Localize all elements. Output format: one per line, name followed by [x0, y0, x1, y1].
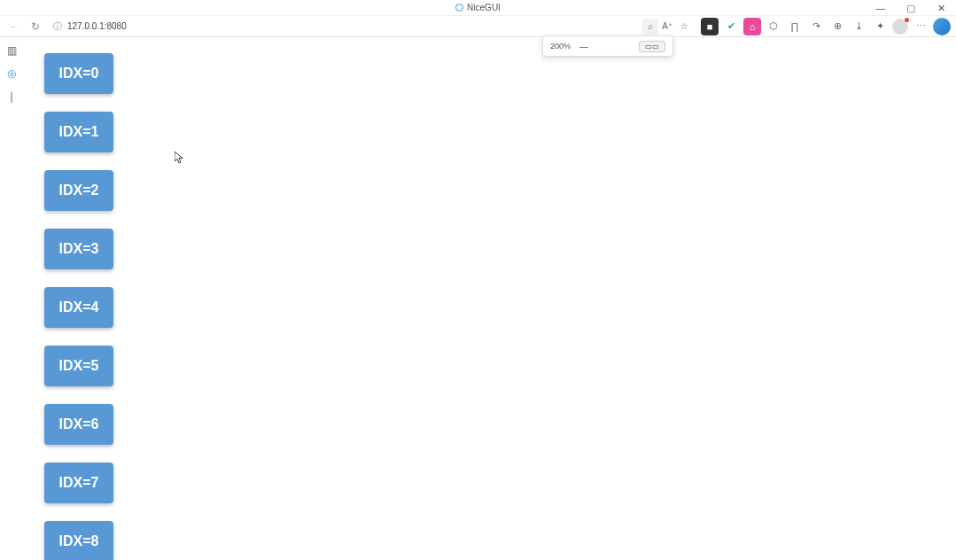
zoom-popup: 200% — ▭▭	[542, 35, 673, 57]
url-text: 127.0.0.1:8080	[67, 21, 127, 31]
idx-button[interactable]: IDX=6	[44, 404, 113, 445]
title-text: NiceGUI	[467, 3, 501, 12]
refresh-button[interactable]: ↻	[27, 18, 44, 35]
close-button[interactable]: ✕	[926, 0, 956, 16]
search-icon[interactable]: ⌕	[642, 19, 658, 35]
rail-item[interactable]: ▥	[4, 43, 19, 58]
app-icon	[455, 4, 463, 12]
site-info-icon[interactable]: ⓘ	[53, 20, 62, 33]
extension-icon[interactable]: ✦	[871, 18, 889, 35]
zoom-reset-button[interactable]: ▭▭	[639, 41, 665, 52]
collections-icon[interactable]: ⊕	[828, 18, 846, 35]
window-title: NiceGUI	[455, 3, 501, 12]
idx-button[interactable]: IDX=0	[44, 53, 113, 94]
idx-button[interactable]: IDX=1	[44, 112, 113, 152]
left-rail: ▥ ◎ |	[0, 37, 23, 105]
zoom-percent: 200%	[550, 42, 571, 51]
window-controls: — ▢ ✕	[866, 0, 956, 16]
extension-icon[interactable]: ■	[701, 18, 719, 35]
page-content: IDX=0 IDX=1 IDX=2 IDX=3 IDX=4 IDX=5 IDX=…	[25, 37, 947, 560]
idx-button[interactable]: IDX=3	[44, 229, 113, 269]
downloads-icon[interactable]: ⤓	[850, 18, 867, 35]
back-button[interactable]: ←	[5, 18, 23, 35]
profile-avatar[interactable]	[892, 19, 908, 35]
extension-icon[interactable]: ∏	[786, 18, 804, 35]
copilot-icon[interactable]	[933, 18, 951, 35]
window-titlebar: NiceGUI — ▢ ✕	[0, 0, 956, 16]
browser-toolbar: ← ↻ ⓘ 127.0.0.1:8080 ⌕ A⁺ ☆ ■ ✔ ⌂ ⬡ ∏ ↷ …	[0, 16, 956, 37]
extension-icon[interactable]: ✔	[722, 18, 740, 35]
idx-button[interactable]: IDX=2	[44, 170, 113, 211]
extension-icon[interactable]: ⌂	[743, 18, 761, 35]
idx-button[interactable]: IDX=7	[44, 463, 113, 503]
minimize-button[interactable]: —	[866, 0, 896, 16]
favorite-icon[interactable]: ☆	[676, 19, 692, 35]
reader-icon[interactable]: A⁺	[659, 19, 675, 35]
idx-button[interactable]: IDX=4	[44, 287, 113, 328]
rail-item[interactable]: ◎	[4, 66, 19, 82]
zoom-out-button[interactable]: —	[579, 42, 588, 51]
idx-button[interactable]: IDX=8	[44, 521, 113, 560]
rail-item[interactable]: |	[4, 89, 19, 105]
more-icon[interactable]: ⋯	[912, 18, 929, 35]
idx-button[interactable]: IDX=5	[44, 346, 113, 386]
maximize-button[interactable]: ▢	[896, 0, 926, 16]
extension-icon[interactable]: ⬡	[765, 18, 782, 35]
address-bar[interactable]: ⓘ 127.0.0.1:8080 ⌕ A⁺ ☆	[48, 18, 697, 35]
extension-icon[interactable]: ↷	[807, 18, 825, 35]
